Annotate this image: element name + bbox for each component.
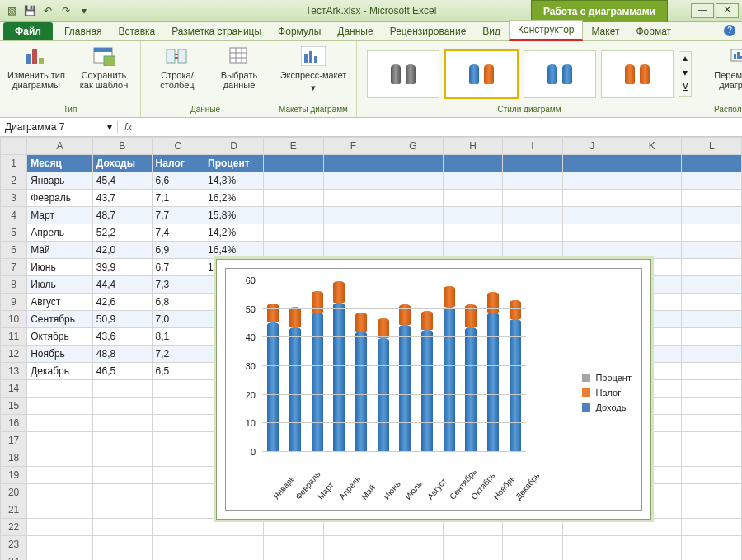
col-header[interactable]: B xyxy=(92,138,152,155)
save-icon[interactable]: 💾 xyxy=(23,4,36,17)
chart-legend[interactable]: Процент Налог Доходы xyxy=(582,368,632,417)
close-button[interactable]: ✕ xyxy=(716,3,739,18)
col-header[interactable]: D xyxy=(204,138,264,155)
svg-rect-16 xyxy=(314,56,317,63)
formula-bar: Диаграмма 7▾ fх xyxy=(0,118,742,137)
chart-type-icon xyxy=(23,45,49,68)
group-type: Изменить тип диаграммы Сохранить как шаб… xyxy=(0,41,141,117)
svg-rect-14 xyxy=(304,54,308,63)
switch-icon xyxy=(164,45,190,68)
chevron-down-icon[interactable]: ▾ xyxy=(107,121,112,133)
embedded-chart[interactable]: 0102030405060 ЯнварьФевральМартАпрельМай… xyxy=(216,259,651,520)
chart-tools-contextual-tab: Работа с диаграммами xyxy=(531,0,668,22)
fx-icon[interactable]: fх xyxy=(118,121,139,133)
chart-x-axis: ЯнварьФевральМартАпрельМайИюньИюльАвгуст… xyxy=(262,455,526,505)
table-row[interactable]: 4Март48,77,715,8% xyxy=(1,207,742,224)
quick-layout-button[interactable]: Экспресс-макет ▾ xyxy=(277,45,350,92)
select-data-icon xyxy=(226,45,252,68)
quick-layout-icon xyxy=(300,45,326,68)
chart-style-1[interactable] xyxy=(367,50,439,98)
save-as-template-button[interactable]: Сохранить как шаблон xyxy=(74,45,134,90)
redo-icon[interactable]: ↷ xyxy=(59,4,73,17)
table-row[interactable]: 3Февраль43,77,116,2% xyxy=(1,190,742,207)
select-all-cell[interactable] xyxy=(1,138,27,155)
col-header[interactable]: H xyxy=(443,138,503,155)
col-header[interactable]: I xyxy=(503,138,562,155)
tab-data[interactable]: Данные xyxy=(329,22,381,40)
col-header[interactable]: C xyxy=(152,138,204,155)
undo-icon[interactable]: ↶ xyxy=(41,4,54,17)
name-box[interactable]: Диаграмма 7▾ xyxy=(0,121,118,133)
col-header[interactable]: F xyxy=(323,138,383,155)
tab-insert[interactable]: Вставка xyxy=(110,22,164,40)
tab-home[interactable]: Главная xyxy=(56,22,110,40)
excel-icon: ▧ xyxy=(5,4,18,17)
table-row[interactable]: 6Май42,06,916,4% xyxy=(1,242,742,259)
styles-more[interactable]: ⊻ xyxy=(679,82,691,96)
svg-rect-5 xyxy=(104,56,115,66)
minimize-button[interactable]: — xyxy=(691,3,714,18)
move-chart-button[interactable]: Переместить диаграмму xyxy=(709,45,742,90)
tab-chart-layout[interactable]: Макет xyxy=(583,22,627,40)
help-icon[interactable]: ? xyxy=(724,25,735,36)
worksheet[interactable]: A B C D E F G H I J K L 1 МесяцДоходыНал… xyxy=(0,137,742,560)
col-header[interactable]: L xyxy=(682,138,742,155)
group-chart-layouts: Экспресс-макет ▾ Макеты диаграмм xyxy=(270,41,357,117)
svg-rect-4 xyxy=(94,48,112,52)
tab-file[interactable]: Файл xyxy=(3,22,53,40)
tab-page-layout[interactable]: Разметка страницы xyxy=(163,22,270,40)
col-header[interactable]: J xyxy=(562,138,622,155)
styles-scroll-up[interactable]: ▴ xyxy=(679,52,691,67)
dropdown-icon: ▾ xyxy=(311,82,316,92)
col-header[interactable]: E xyxy=(264,138,324,155)
chart-style-3[interactable] xyxy=(524,50,596,98)
svg-rect-18 xyxy=(734,54,736,59)
switch-row-column-button[interactable]: Строка/столбец xyxy=(148,45,207,90)
table-row[interactable]: 24 xyxy=(1,553,742,561)
move-chart-icon xyxy=(729,45,742,68)
svg-rect-2 xyxy=(39,58,44,64)
tab-chart-format[interactable]: Формат xyxy=(627,22,679,40)
qat-more-icon[interactable]: ▾ xyxy=(77,4,91,17)
svg-rect-6 xyxy=(167,49,175,63)
col-header[interactable]: A xyxy=(27,138,93,155)
group-data: Строка/столбец Выбрать данные Данные xyxy=(141,41,270,117)
select-data-button[interactable]: Выбрать данные xyxy=(215,45,263,90)
ribbon-tabs: Файл Главная Вставка Разметка страницы Ф… xyxy=(0,22,742,41)
chart-style-2[interactable] xyxy=(444,49,519,99)
table-row[interactable]: 2Январь45,46,614,3% xyxy=(1,172,742,190)
ribbon: Изменить тип диаграммы Сохранить как шаб… xyxy=(0,41,742,118)
group-chart-styles: ▴ ▾ ⊻ Стили диаграмм xyxy=(357,41,702,117)
change-chart-type-button[interactable]: Изменить тип диаграммы xyxy=(7,45,66,90)
tab-formulas[interactable]: Формулы xyxy=(270,22,329,40)
col-header[interactable]: G xyxy=(383,138,444,155)
template-icon xyxy=(91,45,117,68)
window-title: ТестArk.xlsx - Microsoft Excel xyxy=(306,5,437,16)
table-row[interactable]: 5Апрель52,27,414,2% xyxy=(1,224,742,242)
table-header-row[interactable]: 1 МесяцДоходыНалогПроцент xyxy=(1,155,742,172)
svg-rect-7 xyxy=(178,49,186,63)
chart-bars xyxy=(262,280,526,452)
table-row[interactable]: 23 xyxy=(1,536,742,553)
col-header[interactable]: K xyxy=(622,138,682,155)
tab-view[interactable]: Вид xyxy=(474,22,509,40)
group-location: Переместить диаграмму Расположение xyxy=(702,41,742,117)
styles-scroll-down[interactable]: ▾ xyxy=(679,67,691,82)
svg-rect-0 xyxy=(26,54,31,64)
svg-rect-15 xyxy=(309,51,312,63)
title-bar: ▧ 💾 ↶ ↷ ▾ ТестArk.xlsx - Microsoft Excel… xyxy=(0,0,742,22)
tab-chart-design[interactable]: Конструктор xyxy=(509,20,583,41)
svg-rect-19 xyxy=(737,52,740,59)
chart-plot-area[interactable]: 0102030405060 ЯнварьФевральМартАпрельМай… xyxy=(225,268,642,511)
svg-rect-8 xyxy=(230,48,247,63)
chart-style-4[interactable] xyxy=(601,50,674,98)
chart-y-axis: 0102030405060 xyxy=(226,280,259,452)
quick-access-toolbar: ▧ 💾 ↶ ↷ ▾ xyxy=(0,4,96,17)
tab-review[interactable]: Рецензирование xyxy=(382,22,475,40)
svg-rect-1 xyxy=(32,49,37,64)
